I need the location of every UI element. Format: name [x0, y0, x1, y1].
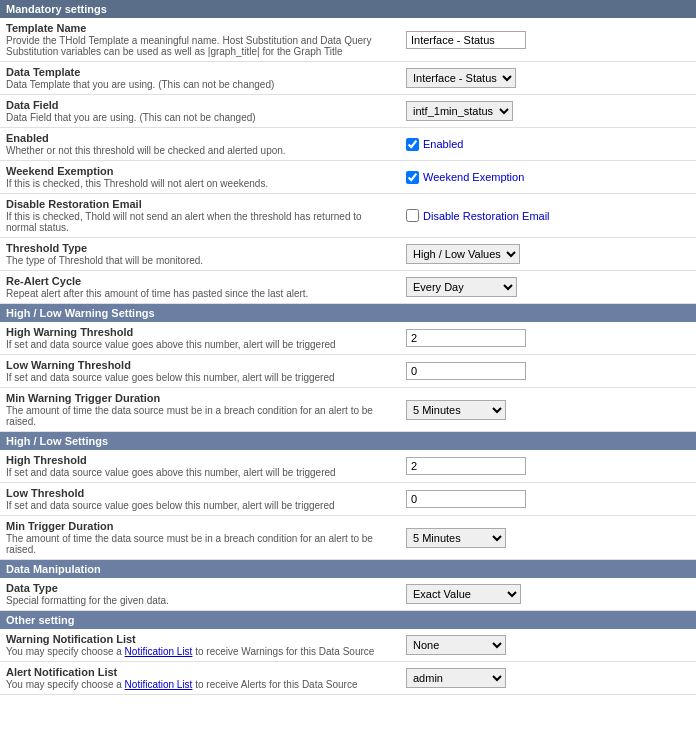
low-warning-input[interactable]: [406, 362, 526, 380]
template-name-control: [400, 27, 696, 53]
threshold-type-desc: The type of Threshold that will be monit…: [6, 255, 394, 266]
disable-restoration-row: Disable Restoration Email If this is che…: [0, 194, 696, 238]
template-name-input[interactable]: [406, 31, 526, 49]
high-threshold-label: High Threshold If set and data source va…: [0, 450, 400, 482]
enabled-row: Enabled Whether or not this threshold wi…: [0, 128, 696, 161]
re-alert-cycle-title: Re-Alert Cycle: [6, 275, 394, 287]
low-threshold-title: Low Threshold: [6, 487, 394, 499]
re-alert-cycle-desc: Repeat alert after this amount of time h…: [6, 288, 394, 299]
min-warning-trigger-label: Min Warning Trigger Duration The amount …: [0, 388, 400, 431]
weekend-exemption-checkbox-row: Weekend Exemption: [406, 171, 690, 184]
other-setting-header: Other setting: [0, 611, 696, 629]
data-field-title: Data Field: [6, 99, 394, 111]
warning-notification-select[interactable]: None admin: [406, 635, 506, 655]
data-template-title: Data Template: [6, 66, 394, 78]
min-trigger-row: Min Trigger Duration The amount of time …: [0, 516, 696, 560]
enabled-control: Enabled: [400, 134, 696, 155]
low-threshold-row: Low Threshold If set and data source val…: [0, 483, 696, 516]
warning-notification-desc: You may specify choose a Notification Li…: [6, 646, 394, 657]
re-alert-cycle-control: Every Day Every Hour Every 30 Minutes: [400, 273, 696, 301]
disable-restoration-checkbox-row: Disable Restoration Email: [406, 209, 690, 222]
high-threshold-row: High Threshold If set and data source va…: [0, 450, 696, 483]
warning-notification-label: Warning Notification List You may specif…: [0, 629, 400, 661]
weekend-exemption-row: Weekend Exemption If this is checked, th…: [0, 161, 696, 194]
low-threshold-control: [400, 486, 696, 512]
data-type-label: Data Type Special formatting for the giv…: [0, 578, 400, 610]
enabled-desc: Whether or not this threshold will be ch…: [6, 145, 394, 156]
disable-restoration-control: Disable Restoration Email: [400, 205, 696, 226]
high-warning-input[interactable]: [406, 329, 526, 347]
data-template-select[interactable]: Interface - Status: [406, 68, 516, 88]
enabled-checkbox-row: Enabled: [406, 138, 690, 151]
alert-notification-select[interactable]: None admin: [406, 668, 506, 688]
warning-notification-title: Warning Notification List: [6, 633, 394, 645]
threshold-type-row: Threshold Type The type of Threshold tha…: [0, 238, 696, 271]
high-warning-desc: If set and data source value goes above …: [6, 339, 394, 350]
min-warning-trigger-row: Min Warning Trigger Duration The amount …: [0, 388, 696, 432]
template-name-row: Template Name Provide the THold Template…: [0, 18, 696, 62]
weekend-exemption-label: Weekend Exemption If this is checked, th…: [0, 161, 400, 193]
warning-notification-row: Warning Notification List You may specif…: [0, 629, 696, 662]
high-threshold-control: [400, 453, 696, 479]
weekend-exemption-desc: If this is checked, this Threshold will …: [6, 178, 394, 189]
high-warning-label: High Warning Threshold If set and data s…: [0, 322, 400, 354]
min-warning-trigger-desc: The amount of time the data source must …: [6, 405, 394, 427]
weekend-exemption-control: Weekend Exemption: [400, 167, 696, 188]
data-template-control: Interface - Status: [400, 64, 696, 92]
template-name-desc: Provide the THold Template a meaningful …: [6, 35, 394, 57]
threshold-type-label: Threshold Type The type of Threshold tha…: [0, 238, 400, 270]
mandatory-header: Mandatory settings: [0, 0, 696, 18]
enabled-checkbox[interactable]: [406, 138, 419, 151]
min-trigger-select[interactable]: 5 Minutes 10 Minutes 15 Minutes 30 Minut…: [406, 528, 506, 548]
template-name-label: Template Name Provide the THold Template…: [0, 18, 400, 61]
enabled-label: Enabled Whether or not this threshold wi…: [0, 128, 400, 160]
low-threshold-input[interactable]: [406, 490, 526, 508]
alert-notification-desc: You may specify choose a Notification Li…: [6, 679, 394, 690]
high-low-warning-header: High / Low Warning Settings: [0, 304, 696, 322]
data-template-label: Data Template Data Template that you are…: [0, 62, 400, 94]
re-alert-cycle-row: Re-Alert Cycle Repeat alert after this a…: [0, 271, 696, 304]
warning-notification-link[interactable]: Notification List: [125, 646, 193, 657]
disable-restoration-title: Disable Restoration Email: [6, 198, 394, 210]
high-threshold-title: High Threshold: [6, 454, 394, 466]
high-warning-row: High Warning Threshold If set and data s…: [0, 322, 696, 355]
template-name-title: Template Name: [6, 22, 394, 34]
data-type-select[interactable]: Exact Value Percentage Scientific Notati…: [406, 584, 521, 604]
low-warning-row: Low Warning Threshold If set and data so…: [0, 355, 696, 388]
alert-notification-row: Alert Notification List You may specify …: [0, 662, 696, 695]
data-field-desc: Data Field that you are using. (This can…: [6, 112, 394, 123]
warning-notification-control: None admin: [400, 631, 696, 659]
min-warning-trigger-select[interactable]: 5 Minutes 10 Minutes 15 Minutes 30 Minut…: [406, 400, 506, 420]
disable-restoration-checkbox-label: Disable Restoration Email: [423, 210, 550, 222]
min-trigger-desc: The amount of time the data source must …: [6, 533, 394, 555]
data-type-desc: Special formatting for the given data.: [6, 595, 394, 606]
high-warning-title: High Warning Threshold: [6, 326, 394, 338]
data-type-row: Data Type Special formatting for the giv…: [0, 578, 696, 611]
weekend-exemption-checkbox-label: Weekend Exemption: [423, 171, 524, 183]
re-alert-cycle-select[interactable]: Every Day Every Hour Every 30 Minutes: [406, 277, 517, 297]
weekend-exemption-checkbox[interactable]: [406, 171, 419, 184]
low-warning-title: Low Warning Threshold: [6, 359, 394, 371]
alert-notification-label: Alert Notification List You may specify …: [0, 662, 400, 694]
min-trigger-title: Min Trigger Duration: [6, 520, 394, 532]
high-low-header: High / Low Settings: [0, 432, 696, 450]
data-field-select[interactable]: intf_1min_status: [406, 101, 513, 121]
min-trigger-control: 5 Minutes 10 Minutes 15 Minutes 30 Minut…: [400, 524, 696, 552]
threshold-type-control: High / Low Values Low Values High Values: [400, 240, 696, 268]
min-warning-trigger-control: 5 Minutes 10 Minutes 15 Minutes 30 Minut…: [400, 396, 696, 424]
low-warning-control: [400, 358, 696, 384]
min-trigger-label: Min Trigger Duration The amount of time …: [0, 516, 400, 559]
low-warning-desc: If set and data source value goes below …: [6, 372, 394, 383]
enabled-title: Enabled: [6, 132, 394, 144]
threshold-type-select[interactable]: High / Low Values Low Values High Values: [406, 244, 520, 264]
disable-restoration-checkbox[interactable]: [406, 209, 419, 222]
threshold-type-title: Threshold Type: [6, 242, 394, 254]
data-field-control: intf_1min_status: [400, 97, 696, 125]
data-template-desc: Data Template that you are using. (This …: [6, 79, 394, 90]
min-warning-trigger-title: Min Warning Trigger Duration: [6, 392, 394, 404]
high-threshold-input[interactable]: [406, 457, 526, 475]
high-warning-control: [400, 325, 696, 351]
data-field-label: Data Field Data Field that you are using…: [0, 95, 400, 127]
re-alert-cycle-label: Re-Alert Cycle Repeat alert after this a…: [0, 271, 400, 303]
alert-notification-link[interactable]: Notification List: [125, 679, 193, 690]
